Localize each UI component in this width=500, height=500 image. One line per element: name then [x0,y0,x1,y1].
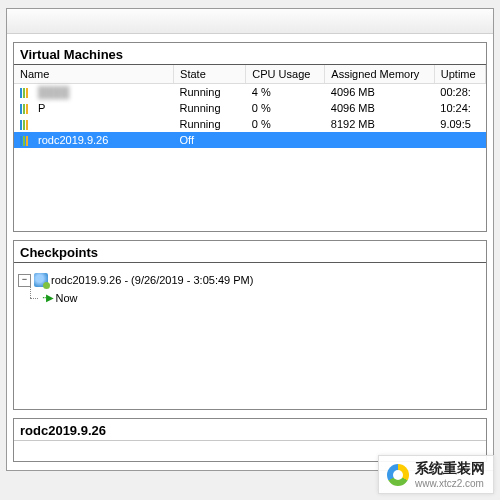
watermark-logo-icon [387,464,409,486]
vm-mem: 4096 MB [325,100,435,116]
now-icon: ··▶ [42,289,53,307]
vm-uptime: 10:24: [434,100,485,116]
checkpoints-panel: Checkpoints − rodc2019.9.26 - (9/26/2019… [13,240,487,410]
col-header-memory[interactable]: Assigned Memory [325,65,435,84]
table-row[interactable]: ████Running4 %4096 MB00:28: [14,84,486,101]
checkpoint-node[interactable]: − rodc2019.9.26 - (9/26/2019 - 3:05:49 P… [18,271,482,289]
table-row[interactable]: rodc2019.9.26Off [14,132,486,148]
vm-mem: 4096 MB [325,84,435,101]
vm-mem [325,132,435,148]
watermark-url: www.xtcz2.com [415,478,485,489]
divider [14,440,486,441]
watermark-title: 系统重装网 [415,460,485,476]
vm-cpu: 4 % [246,84,325,101]
vm-icon [20,104,34,114]
vm-state: Off [174,132,246,148]
checkpoint-now-node[interactable]: ··▶ Now [18,289,482,307]
checkpoint-label: rodc2019.9.26 - (9/26/2019 - 3:05:49 PM) [51,271,253,289]
watermark: 系统重装网 www.xtcz2.com [378,455,494,494]
vm-state: Running [174,116,246,132]
checkpoint-tree[interactable]: − rodc2019.9.26 - (9/26/2019 - 3:05:49 P… [14,263,486,315]
vm-icon [20,120,34,130]
vm-table[interactable]: Name State CPU Usage Assigned Memory Upt… [14,65,486,148]
vm-name: rodc2019.9.26 [38,134,108,146]
col-header-uptime[interactable]: Uptime [434,65,485,84]
col-header-cpu[interactable]: CPU Usage [246,65,325,84]
vm-name: P [38,102,45,114]
table-row[interactable]: Running0 %8192 MB9.09:5 [14,116,486,132]
table-row[interactable]: PRunning0 %4096 MB10:24: [14,100,486,116]
checkpoints-title: Checkpoints [14,241,486,262]
vm-cpu: 0 % [246,116,325,132]
vm-mem: 8192 MB [325,116,435,132]
checkpoint-icon [34,273,48,287]
vm-name: ████ [38,86,69,98]
vm-uptime [434,132,485,148]
now-label: Now [56,289,78,307]
vm-cpu: 0 % [246,100,325,116]
virtual-machines-title: Virtual Machines [14,43,486,64]
virtual-machines-panel: Virtual Machines Name State CPU Usage As… [13,42,487,232]
vm-icon [20,88,34,98]
col-header-state[interactable]: State [174,65,246,84]
toolbar-area [7,9,493,34]
col-header-name[interactable]: Name [14,65,174,84]
vm-uptime: 9.09:5 [434,116,485,132]
vm-icon [20,136,34,146]
vm-state: Running [174,100,246,116]
vm-cpu [246,132,325,148]
vm-uptime: 00:28: [434,84,485,101]
vm-state: Running [174,84,246,101]
vm-detail-title: rodc2019.9.26 [14,419,486,440]
